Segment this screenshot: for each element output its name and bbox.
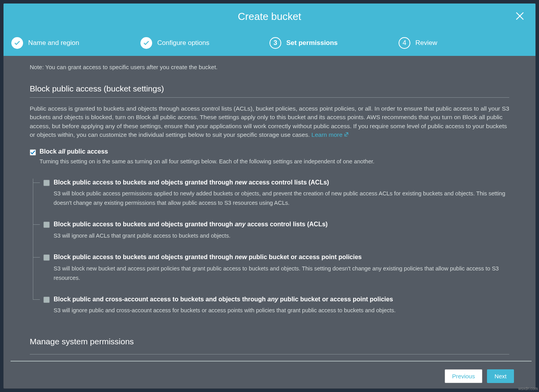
tree-item: Block public access to buckets and objec… bbox=[42, 220, 509, 241]
modal-footer: Previous Next bbox=[11, 361, 532, 388]
block-any-acl-label: Block public access to buckets and objec… bbox=[54, 220, 328, 229]
step-number-icon: 4 bbox=[399, 37, 410, 49]
create-bucket-modal: Create bucket Name and region Configure … bbox=[3, 3, 536, 389]
step-configure-options[interactable]: Configure options bbox=[140, 37, 270, 49]
checkbox-tree: Block public access to buckets and objec… bbox=[33, 179, 509, 316]
tree-item: Block public access to buckets and objec… bbox=[42, 179, 509, 208]
block-all-checkbox-row: Block all public access bbox=[30, 148, 509, 156]
block-public-access-title: Block public access (bucket settings) bbox=[30, 84, 509, 93]
content-scroll[interactable]: Note: You can grant access to specific u… bbox=[4, 56, 535, 361]
step-set-permissions[interactable]: 3 Set permissions bbox=[270, 37, 399, 49]
step-review[interactable]: 4 Review bbox=[399, 37, 528, 49]
content: Note: You can grant access to specific u… bbox=[4, 56, 535, 361]
tree-item: Block public and cross-account access to… bbox=[42, 295, 509, 316]
step-label: Configure options bbox=[157, 39, 209, 47]
step-label: Name and region bbox=[28, 39, 79, 47]
tree-item: Block public access to buckets and objec… bbox=[42, 253, 509, 283]
step-label: Set permissions bbox=[286, 39, 338, 47]
block-any-policy-checkbox[interactable] bbox=[43, 297, 50, 303]
modal-header: Create bucket bbox=[4, 4, 535, 30]
block-any-policy-label: Block public and cross-account access to… bbox=[54, 295, 393, 304]
close-icon bbox=[516, 11, 524, 23]
divider bbox=[30, 354, 509, 354]
block-new-acl-checkbox[interactable] bbox=[43, 180, 50, 186]
modal-title: Create bucket bbox=[238, 11, 301, 23]
block-public-access-description: Public access is granted to buckets and … bbox=[30, 104, 509, 140]
external-link-icon bbox=[344, 131, 349, 139]
check-icon bbox=[140, 37, 152, 49]
watermark: wsxdn.com bbox=[518, 387, 538, 391]
block-new-policy-desc: S3 will block new bucket and access poin… bbox=[54, 264, 509, 283]
manage-system-permissions-title: Manage system permissions bbox=[30, 337, 509, 346]
block-new-acl-desc: S3 will block public access permissions … bbox=[54, 189, 509, 208]
block-new-acl-label: Block public access to buckets and objec… bbox=[54, 179, 329, 187]
divider bbox=[30, 97, 509, 98]
close-button[interactable] bbox=[514, 11, 526, 23]
step-number-icon: 3 bbox=[270, 37, 281, 49]
grant-access-note: Note: You can grant access to specific u… bbox=[30, 64, 509, 70]
block-new-policy-label: Block public access to buckets and objec… bbox=[54, 253, 362, 261]
step-label: Review bbox=[415, 39, 437, 47]
block-new-policy-checkbox[interactable] bbox=[43, 254, 50, 261]
block-any-acl-checkbox[interactable] bbox=[43, 222, 50, 228]
block-any-policy-desc: S3 will ignore public and cross-account … bbox=[54, 306, 509, 315]
previous-button[interactable]: Previous bbox=[445, 369, 482, 383]
step-name-region[interactable]: Name and region bbox=[11, 37, 140, 49]
block-all-checkbox[interactable] bbox=[30, 149, 36, 156]
block-all-description: Turning this setting on is the same as t… bbox=[40, 158, 509, 166]
wizard-steps: Name and region Configure options 3 Set … bbox=[4, 30, 535, 56]
check-icon bbox=[11, 37, 23, 49]
learn-more-link[interactable]: Learn more bbox=[311, 131, 349, 138]
block-any-acl-desc: S3 will ignore all ACLs that grant publi… bbox=[54, 231, 509, 241]
next-button[interactable]: Next bbox=[487, 369, 514, 383]
block-all-label: Block all public access bbox=[40, 148, 108, 155]
